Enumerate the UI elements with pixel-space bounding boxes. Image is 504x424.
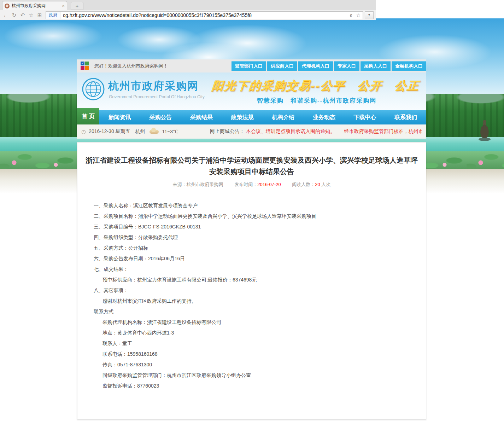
article-paragraph: 联系人：童工 [94,341,410,346]
history-icon[interactable]: ↶ [18,12,27,18]
financial-entry-button[interactable]: 金融机构入口 [392,61,426,71]
city-text: 杭州 [135,128,145,135]
article-paragraph: 八、其它事项： [94,288,410,293]
nav-item-news[interactable]: 新闻资讯 [99,110,140,124]
slogan-sub: 智慧采购 和谐采购--杭州市政府采购网 [228,97,405,105]
nav-item-policies[interactable]: 政策法规 [222,110,263,124]
nav-item-contact[interactable]: 联系我们 [385,110,426,124]
info-bar: ◷ 2016-12-30 星期五 杭州 11~3℃ 网上商城公告： 本会议、培训… [77,124,426,139]
article-panel: 浙江省建设工程设备招标有限公司关于浦沿中学运动场面层更换安装及西兴小学、滨兴学校… [77,142,426,419]
site-name: 杭州市政府采购网 [108,79,199,93]
article-meta: 来源：杭州市政府采购网 发布时间：2016-07-20 阅读人数：20 人次 [77,181,426,188]
notice-link-1[interactable]: 本会议、培训定点项目承诺入围的通知。 [246,128,335,134]
agency-entry-button[interactable]: 代理机构入口 [298,61,333,71]
site-favicon-icon [5,4,10,8]
pagoda-silhouette [477,119,492,155]
purchaser-entry-button[interactable]: 采购人入口 [361,61,391,71]
article-paragraph: 五、采购方式：公开招标 [94,245,410,250]
article-title: 浙江省建设工程设备招标有限公司关于浦沿中学运动场面层更换安装及西兴小学、滨兴学校… [85,155,419,177]
notice-ticker: 网上商城公告： 本会议、培训定点项目承诺入围的通知。 经市政府采购监管部门核准，… [210,128,422,135]
browser-tab-bar: 杭州市政府采购网 × + [0,0,376,10]
article-paragraph: 监督投诉电话：87760023 [94,383,410,388]
check-square-icon: ✓ [81,62,84,65]
article-paragraph: 一、采购人名称：滨江区教育发展专项资金专户 [94,203,410,208]
article-paragraph: 三、采购项目编号：BJCG-FS-2016GKZB-00131 [94,224,410,229]
tab-title: 杭州市政府采购网 [12,3,60,9]
article-paragraph: 四、采购组织类型：分散采购委托代理 [94,235,410,240]
article-paragraph: 二、采购项目名称：浦沿中学运动场面层更换安装及西兴小学、滨兴学校足球场人造草坪安… [94,214,410,219]
nav-item-home[interactable]: 首 页 [77,108,99,124]
browser-toolbar: ← ↻ ↶ ☆ ⊞ 政府 cg.hzft.gov.cn/www/noticede… [0,10,376,20]
nav-item-downloads[interactable]: 下载中心 [345,110,386,124]
notice-label: 网上商城公告： [210,128,245,134]
supplier-entry-button[interactable]: 供应商入口 [267,61,297,71]
colored-squares-icon: ✓ [81,62,89,70]
entry-buttons: 监管部门入口 供应商入口 代理机构入口 专家入口 采购人入口 金融机构入口 [232,61,426,71]
article-paragraph: 采购代理机构名称：浙江省建设工程设备招标有限公司 [94,320,410,325]
green-square-icon [85,62,89,65]
expert-entry-button[interactable]: 专家入口 [334,61,359,71]
nav-item-procurement-notices[interactable]: 采购公告 [140,110,181,124]
notice-link-2[interactable]: 经市政府采购监管部门核准，杭州市政府采购 “网上卖 [344,128,422,134]
article-body: 一、采购人名称：滨江区教育发展专项资金专户 二、采购项目名称：浦沿中学运动场面层… [77,203,426,388]
regulator-entry-button[interactable]: 监管部门入口 [232,61,266,71]
refresh-icon[interactable]: ↻ [10,12,18,18]
apps-grid-icon[interactable]: ⊞ [35,12,44,18]
reads-label: 阅读人数： [292,182,315,187]
article-paragraph: 联系方式 [94,309,410,314]
date-text: 2016-12-30 星期五 [89,128,130,135]
site-subtitle: Government Procurement Portal Of Hangzho… [109,94,205,99]
article-paragraph: 联系电话：15958160168 [94,352,410,356]
article-paragraph: 预中标供应商：杭州宝力体育设施工程有限公司,最终报价：6374698元 [94,277,410,282]
browser-window: 杭州市政府采购网 × + ← ↻ ↶ ☆ ⊞ 政府 cg.hzft.gov.cn… [0,0,376,20]
article-paragraph: 感谢对杭州市滨江区政府采购工作的支持。 [94,298,410,303]
tab-close-icon[interactable]: × [62,3,65,8]
article-paragraph: 同级政府采购监管管理部门：杭州市滨江区政府采购领导小组办公室 [94,373,410,378]
publish-label: 发布时间： [234,182,257,187]
back-icon[interactable]: ← [1,12,10,18]
site-logo-icon [82,78,105,102]
favorites-star-icon[interactable]: ☆ [27,12,35,18]
publish-date: 2016-07-20 [257,182,281,187]
main-navigation: 首 页 新闻资讯 采购公告 采购结果 政策法规 机构介绍 业务动态 下载中心 联… [77,110,426,124]
temperature-text: 11~3℃ [162,129,178,134]
nav-item-procurement-results[interactable]: 采购结果 [181,110,222,124]
article-paragraph: 七、成交结果： [94,267,410,272]
url-text[interactable]: cg.hzft.gov.cn/www/noticedetail.do?notic… [60,12,348,18]
article-paragraph: 地点：黄龙体育中心西内环道1-3 [94,330,410,335]
article-source: 来源：杭州市政府采购网 [173,182,223,187]
reads-count: 20 [315,182,320,187]
ie-compatibility-icon[interactable]: e [348,12,354,18]
nav-item-business[interactable]: 业务动态 [304,110,345,124]
welcome-bar: ✓ 您好！欢迎进入杭州市政府采购网！ 监管部门入口 供应商入口 代理机构入口 专… [77,59,426,72]
welcome-text: 您好！欢迎进入杭州市政府采购网！ [94,63,168,69]
url-dropdown-button[interactable]: ▼ [365,11,374,19]
weather-cloud-icon [150,130,159,134]
article-paragraph: 传真：0571-87631300 [94,362,410,367]
article-paragraph: 六、采购公告发布日期：2016年06月16日 [94,256,410,261]
site-header: 杭州市政府采购网 Government Procurement Portal O… [77,72,426,110]
orange-square-icon [85,66,89,70]
address-bar[interactable]: 政府 cg.hzft.gov.cn/www/noticedetail.do?no… [46,11,363,19]
browser-tab[interactable]: 杭州市政府采购网 × [2,1,67,10]
slogan-main: 阳光下的采购交易--公平 公开 公正 [211,78,421,94]
magenta-square-icon [81,66,84,70]
new-tab-button[interactable]: + [71,2,83,10]
clock-icon: ◷ [81,128,86,135]
reads-unit: 人次 [321,182,330,187]
site-category-badge: 政府 [46,12,60,19]
bookmark-star-icon[interactable]: ☆ [354,12,363,18]
nav-item-organization[interactable]: 机构介绍 [263,110,304,124]
